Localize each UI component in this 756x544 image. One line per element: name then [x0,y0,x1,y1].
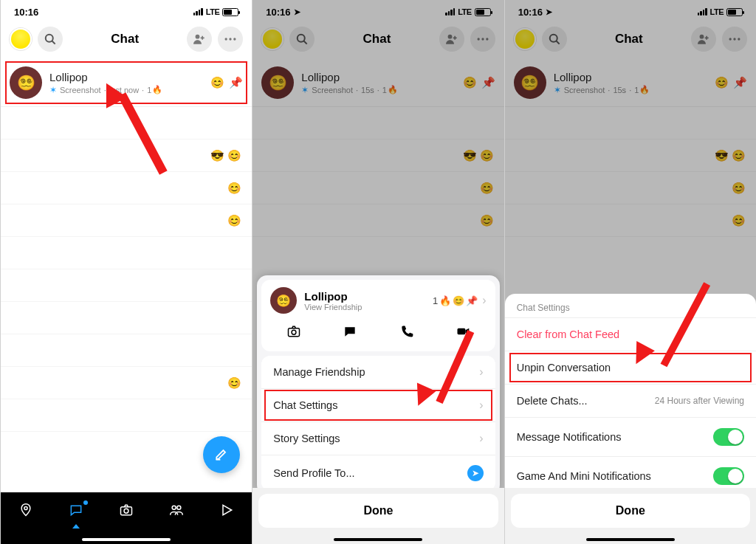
tab-map[interactable] [18,503,33,521]
avatar-lollipop: 😵‍💫 [10,66,42,99]
svg-point-10 [177,506,181,509]
camera-icon [286,324,301,339]
tab-stories[interactable] [169,503,184,521]
screen-3-chat-settings: 10:16 ➤ LTE Chat 😵‍💫 Lollipop ✶ Screensh… [504,0,756,544]
svg-point-19 [292,330,296,334]
page-title: Chat [111,32,139,47]
chat-row-lollipop[interactable]: 😵‍💫 Lollipop ✶ Screenshot · just now · 1… [1,59,252,107]
people-icon [169,503,184,517]
send-profile-row[interactable]: Send Profile To... ➤ [261,455,495,491]
new-chat-fab[interactable] [203,436,240,473]
list-item[interactable]: 😎😊 [1,140,252,172]
avatar-lollipop: 😵‍💫 [270,287,297,314]
svg-marker-21 [465,328,469,334]
svg-rect-18 [289,328,300,337]
blush-emoji-icon: 😊 [453,295,464,306]
status-time: 10:16 [14,7,38,18]
friend-badges: 1🔥😊📌 [433,295,478,306]
svg-point-9 [172,506,176,509]
camera-icon [119,503,134,517]
profile-bitmoji-icon[interactable] [10,28,32,50]
home-indicator [586,538,675,541]
svg-marker-11 [223,505,232,514]
screen-2-friend-sheet: 10:16 ➤ LTE Chat 😵‍💫 Lollipop ✶ Screensh… [252,0,504,544]
more-button[interactable] [218,27,243,52]
battery-icon [222,8,238,16]
chat-name: Lollipop [49,71,210,83]
chat-header: Chat [1,21,252,59]
chevron-right-icon: › [479,365,483,379]
camera-action[interactable] [286,324,301,342]
chat-bubble-icon [343,324,357,339]
home-indicator [334,538,422,541]
list-item[interactable] [1,237,252,269]
svg-point-0 [46,35,53,42]
fire-icon: 🔥 [152,85,162,94]
add-friend-icon [192,32,207,47]
tab-spotlight[interactable] [219,503,234,521]
map-pin-icon [18,503,33,517]
toggle-on[interactable] [713,467,744,485]
delete-hint: 24 Hours after Viewing [655,396,744,406]
view-friendship-label: View Friendship [304,303,433,311]
list-item[interactable] [1,107,252,140]
send-icon: ➤ [467,465,484,481]
compose-icon [214,447,229,462]
search-button[interactable] [38,27,63,52]
svg-point-2 [196,35,200,39]
toggle-on[interactable] [713,428,744,446]
done-button[interactable]: Done [511,494,750,528]
sheet-title: Chat Settings [505,294,756,317]
chat-settings-row[interactable]: Chat Settings › [261,388,495,421]
done-bar: Done [505,488,756,544]
message-notifications-row[interactable]: Message Notifications [505,417,756,456]
clear-from-feed-row[interactable]: Clear from Chat Feed [505,317,756,351]
done-bar: Done [252,488,504,544]
screenshot-icon: ✶ [49,85,57,95]
friend-card: 😵‍💫 Lollipop View Friendship 1🔥😊📌 › [261,280,495,351]
delete-chats-row[interactable]: Delete Chats... 24 Hours after Viewing [505,384,756,417]
sheet-options: Manage Friendship › Chat Settings › Stor… [261,356,495,491]
list-item[interactable] [1,302,252,334]
unpin-conversation-row[interactable]: Unpin Conversation [505,351,756,384]
svg-point-6 [24,506,27,509]
tab-camera[interactable] [119,503,134,521]
status-network: LTE [206,7,219,16]
story-settings-row[interactable]: Story Settings › [261,421,495,455]
video-action[interactable] [456,324,470,342]
more-icon [223,32,238,47]
screen-1-chat-list: 10:16 LTE Chat 😵‍💫 Lollipop [0,0,252,544]
pin-icon: 📌 [229,76,243,89]
search-icon [43,32,58,47]
svg-point-5 [233,38,236,40]
play-icon [219,503,234,517]
list-item[interactable]: 😊 [1,204,252,237]
tab-chat[interactable] [69,503,83,521]
pin-icon: 📌 [466,295,478,306]
svg-point-4 [230,38,232,40]
list-item[interactable] [1,399,252,432]
svg-point-3 [225,38,227,40]
status-bar: 10:16 LTE [1,0,252,21]
call-action[interactable] [399,324,414,342]
svg-rect-7 [121,506,132,514]
svg-rect-20 [457,328,465,334]
friend-action-sheet: 😵‍💫 Lollipop View Friendship 1🔥😊📌 › Ma [257,275,499,495]
add-friend-button[interactable] [187,27,212,52]
chat-icon [69,503,83,517]
chat-subtitle: ✶ Screenshot · just now · 1🔥 [49,85,210,95]
manage-friendship-row[interactable]: Manage Friendship › [261,356,495,388]
svg-point-8 [124,509,128,513]
list-item[interactable]: 😊 [1,172,252,204]
friend-name: Lollipop [304,290,433,303]
list-item[interactable]: 😊 [1,367,252,399]
home-indicator [82,538,171,541]
list-item[interactable] [1,334,252,367]
chat-action[interactable] [343,324,357,342]
video-icon [456,324,470,339]
view-friendship-row[interactable]: 😵‍💫 Lollipop View Friendship 1🔥😊📌 › [261,280,495,317]
chevron-right-icon: › [479,432,483,445]
done-button[interactable]: Done [258,494,498,528]
fire-icon: 🔥 [439,295,451,306]
list-item[interactable] [1,269,252,302]
